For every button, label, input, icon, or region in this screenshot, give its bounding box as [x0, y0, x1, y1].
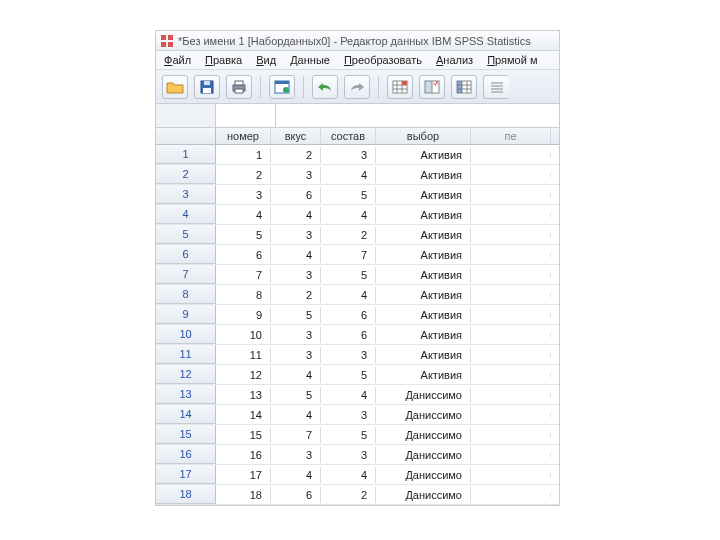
row-header[interactable]: 18 — [156, 485, 216, 504]
cell-vkus[interactable]: 4 — [271, 207, 321, 223]
cell-nomer[interactable]: 2 — [216, 167, 271, 183]
cell-extra[interactable] — [471, 153, 551, 157]
menu-view[interactable]: Вид — [256, 54, 276, 66]
cell-sostav[interactable]: 3 — [321, 147, 376, 163]
cell-sostav[interactable]: 4 — [321, 287, 376, 303]
cell-nomer[interactable]: 6 — [216, 247, 271, 263]
cell-vkus[interactable]: 5 — [271, 307, 321, 323]
row-header[interactable]: 7 — [156, 265, 216, 284]
cell-vybor[interactable]: Даниссимо — [376, 487, 471, 503]
cell-nomer[interactable]: 13 — [216, 387, 271, 403]
col-sostav[interactable]: состав — [321, 128, 376, 144]
cell-extra[interactable] — [471, 293, 551, 297]
cell-vkus[interactable]: 4 — [271, 247, 321, 263]
recall-dialog-button[interactable] — [269, 75, 295, 99]
cell-nomer[interactable]: 14 — [216, 407, 271, 423]
row-header[interactable]: 15 — [156, 425, 216, 444]
cell-vkus[interactable]: 4 — [271, 407, 321, 423]
row-header[interactable]: 16 — [156, 445, 216, 464]
cell-vkus[interactable]: 3 — [271, 447, 321, 463]
cell-vkus[interactable]: 3 — [271, 327, 321, 343]
row-header[interactable]: 3 — [156, 185, 216, 204]
cell-vybor[interactable]: Даниссимо — [376, 467, 471, 483]
cell-vybor[interactable]: Даниссимо — [376, 447, 471, 463]
cell-sostav[interactable]: 3 — [321, 407, 376, 423]
cell-extra[interactable] — [471, 353, 551, 357]
cell-extra[interactable] — [471, 333, 551, 337]
cell-extra[interactable] — [471, 273, 551, 277]
table-row[interactable]: 101036Активия — [156, 325, 559, 345]
menu-analyze[interactable]: Анализ — [436, 54, 473, 66]
table-row[interactable]: 1123Активия — [156, 145, 559, 165]
cell-vybor[interactable]: Активия — [376, 147, 471, 163]
cell-vybor[interactable]: Активия — [376, 347, 471, 363]
cell-vybor[interactable]: Даниссимо — [376, 407, 471, 423]
cell-sostav[interactable]: 5 — [321, 267, 376, 283]
cell-vkus[interactable]: 4 — [271, 467, 321, 483]
open-button[interactable] — [162, 75, 188, 99]
table-row[interactable]: 2234Активия — [156, 165, 559, 185]
row-header[interactable]: 11 — [156, 345, 216, 364]
cell-vybor[interactable]: Активия — [376, 267, 471, 283]
menu-transform[interactable]: Преобразовать — [344, 54, 422, 66]
col-vybor[interactable]: выбор — [376, 128, 471, 144]
col-nomer[interactable]: номер — [216, 128, 271, 144]
row-header[interactable]: 17 — [156, 465, 216, 484]
row-header[interactable]: 6 — [156, 245, 216, 264]
formula-cell-box[interactable] — [216, 104, 276, 127]
cell-nomer[interactable]: 3 — [216, 187, 271, 203]
table-row[interactable]: 131354Даниссимо — [156, 385, 559, 405]
cell-vkus[interactable]: 6 — [271, 487, 321, 503]
cell-vkus[interactable]: 6 — [271, 187, 321, 203]
find-button[interactable] — [483, 75, 509, 99]
cell-vkus[interactable]: 3 — [271, 267, 321, 283]
cell-extra[interactable] — [471, 473, 551, 477]
row-header[interactable]: 14 — [156, 405, 216, 424]
row-header[interactable]: 13 — [156, 385, 216, 404]
row-header[interactable]: 12 — [156, 365, 216, 384]
cell-vkus[interactable]: 5 — [271, 387, 321, 403]
cell-sostav[interactable]: 2 — [321, 487, 376, 503]
cell-sostav[interactable]: 4 — [321, 207, 376, 223]
cell-nomer[interactable]: 18 — [216, 487, 271, 503]
table-row[interactable]: 6647Активия — [156, 245, 559, 265]
table-row[interactable]: 4444Активия — [156, 205, 559, 225]
cell-vkus[interactable]: 4 — [271, 367, 321, 383]
cell-nomer[interactable]: 17 — [216, 467, 271, 483]
row-header[interactable]: 5 — [156, 225, 216, 244]
cell-nomer[interactable]: 4 — [216, 207, 271, 223]
cell-sostav[interactable]: 6 — [321, 327, 376, 343]
print-button[interactable] — [226, 75, 252, 99]
cell-nomer[interactable]: 15 — [216, 427, 271, 443]
cell-vybor[interactable]: Активия — [376, 307, 471, 323]
cell-vybor[interactable]: Активия — [376, 167, 471, 183]
cell-vybor[interactable]: Активия — [376, 227, 471, 243]
cell-extra[interactable] — [471, 373, 551, 377]
cell-vkus[interactable]: 3 — [271, 167, 321, 183]
cell-sostav[interactable]: 4 — [321, 387, 376, 403]
cell-vybor[interactable]: Активия — [376, 327, 471, 343]
cell-vybor[interactable]: Даниссимо — [376, 427, 471, 443]
undo-button[interactable] — [312, 75, 338, 99]
save-button[interactable] — [194, 75, 220, 99]
cell-sostav[interactable]: 6 — [321, 307, 376, 323]
menu-file[interactable]: Файл — [164, 54, 191, 66]
cell-extra[interactable] — [471, 253, 551, 257]
cell-extra[interactable] — [471, 453, 551, 457]
cell-sostav[interactable]: 4 — [321, 467, 376, 483]
cell-vybor[interactable]: Даниссимо — [376, 387, 471, 403]
cell-vkus[interactable]: 3 — [271, 227, 321, 243]
col-extra[interactable]: пе — [471, 128, 551, 144]
cell-extra[interactable] — [471, 213, 551, 217]
menu-direct[interactable]: Прямой м — [487, 54, 537, 66]
cell-nomer[interactable]: 8 — [216, 287, 271, 303]
cell-vkus[interactable]: 3 — [271, 347, 321, 363]
goto-case-button[interactable] — [387, 75, 413, 99]
table-row[interactable]: 9956Активия — [156, 305, 559, 325]
cell-extra[interactable] — [471, 193, 551, 197]
cell-nomer[interactable]: 9 — [216, 307, 271, 323]
cell-extra[interactable] — [471, 233, 551, 237]
cell-nomer[interactable]: 5 — [216, 227, 271, 243]
formula-row-box[interactable] — [156, 104, 216, 127]
col-vkus[interactable]: вкус — [271, 128, 321, 144]
